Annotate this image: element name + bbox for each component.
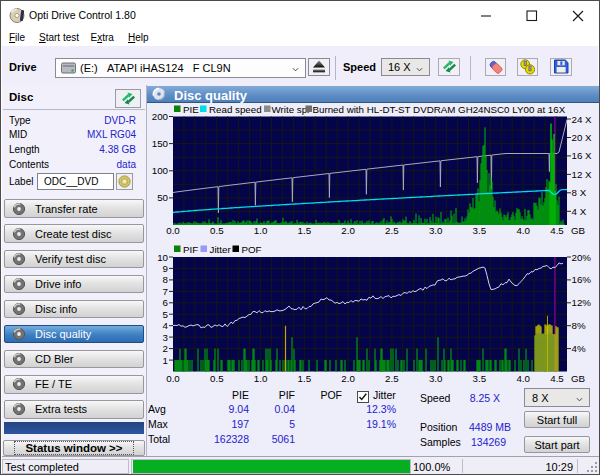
- svg-text:200: 200: [152, 111, 169, 122]
- svg-text:24 X: 24 X: [572, 114, 593, 125]
- svg-text:4.5: 4.5: [550, 373, 564, 384]
- svg-text:Burned with HL-DT-ST DVDRAM GH: Burned with HL-DT-ST DVDRAM GH24NSC0 LY0…: [313, 104, 566, 115]
- svg-text:150: 150: [152, 138, 169, 149]
- svg-text:GB: GB: [571, 225, 585, 236]
- svg-text:1.0: 1.0: [254, 373, 268, 384]
- svg-text:100: 100: [152, 165, 169, 176]
- svg-text:2.5: 2.5: [385, 373, 399, 384]
- svg-text:1.5: 1.5: [298, 373, 312, 384]
- svg-text:16%: 16%: [572, 274, 592, 285]
- svg-text:4 X: 4 X: [572, 206, 587, 217]
- svg-text:PIE: PIE: [183, 104, 199, 115]
- svg-text:Write spl: Write spl: [272, 104, 310, 115]
- svg-text:2.5: 2.5: [385, 225, 399, 236]
- svg-text:20%: 20%: [572, 252, 592, 263]
- svg-text:12%: 12%: [572, 297, 592, 308]
- svg-text:7: 7: [163, 286, 168, 297]
- svg-text:4: 4: [163, 320, 169, 331]
- svg-text:3.5: 3.5: [473, 225, 487, 236]
- svg-text:2.0: 2.0: [341, 373, 355, 384]
- svg-text:5: 5: [163, 309, 169, 320]
- svg-text:0.0: 0.0: [166, 373, 180, 384]
- svg-text:20 X: 20 X: [572, 132, 593, 143]
- svg-text:0.5: 0.5: [210, 373, 224, 384]
- svg-text:0.5: 0.5: [210, 225, 224, 236]
- svg-text:1.0: 1.0: [254, 225, 268, 236]
- svg-text:12 X: 12 X: [572, 169, 593, 180]
- svg-text:Read speed: Read speed: [209, 104, 262, 115]
- svg-text:1: 1: [163, 355, 168, 366]
- svg-text:1.5: 1.5: [298, 225, 312, 236]
- svg-text:10: 10: [157, 252, 168, 263]
- svg-text:Jitter: Jitter: [210, 244, 232, 255]
- svg-text:GB: GB: [571, 373, 585, 384]
- svg-text:4.0: 4.0: [516, 373, 530, 384]
- svg-text:0.0: 0.0: [166, 225, 180, 236]
- svg-text:8%: 8%: [572, 320, 586, 331]
- svg-text:2: 2: [163, 343, 168, 354]
- svg-text:16 X: 16 X: [572, 150, 593, 161]
- svg-text:9: 9: [163, 263, 168, 274]
- svg-text:POF: POF: [242, 244, 262, 255]
- svg-text:PIF: PIF: [183, 244, 198, 255]
- svg-text:4.0: 4.0: [516, 225, 530, 236]
- svg-text:3.5: 3.5: [473, 373, 487, 384]
- svg-text:3.0: 3.0: [429, 225, 443, 236]
- svg-text:6: 6: [163, 297, 168, 308]
- svg-text:3: 3: [163, 332, 168, 343]
- svg-text:3.0: 3.0: [429, 373, 443, 384]
- svg-text:8: 8: [163, 274, 168, 285]
- svg-text:2.0: 2.0: [341, 225, 355, 236]
- svg-text:8 X: 8 X: [572, 187, 587, 198]
- svg-text:4.5: 4.5: [550, 225, 564, 236]
- svg-text:4%: 4%: [572, 343, 586, 354]
- svg-text:50: 50: [157, 192, 168, 203]
